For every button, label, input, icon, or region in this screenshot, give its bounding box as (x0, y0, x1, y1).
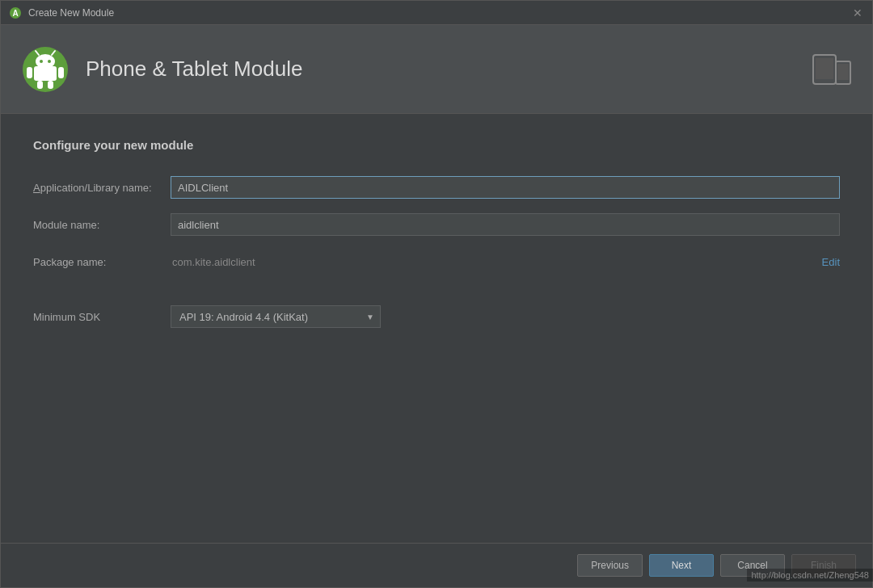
previous-button[interactable]: Previous (577, 554, 643, 577)
svg-point-4 (36, 54, 55, 69)
main-window: A Create New Module ✕ (0, 0, 873, 588)
android-logo-icon (21, 45, 70, 94)
svg-rect-9 (27, 67, 32, 78)
module-type-icon (812, 53, 852, 86)
header-section: Phone & Tablet Module (1, 25, 872, 114)
module-name-label: Module name: (33, 219, 171, 231)
title-bar: A Create New Module ✕ (1, 1, 872, 25)
svg-rect-10 (58, 67, 64, 78)
svg-rect-12 (48, 81, 53, 89)
title-bar-left: A Create New Module (9, 6, 114, 19)
phone-tablet-icon (812, 53, 852, 86)
app-name-group: Application/Library name: (33, 176, 840, 199)
min-sdk-select[interactable]: API 19: Android 4.4 (KitKat) API 21: And… (171, 305, 381, 328)
app-name-input[interactable] (171, 176, 840, 199)
svg-text:A: A (12, 9, 18, 18)
svg-rect-14 (816, 58, 833, 79)
min-sdk-group: Minimum SDK API 19: Android 4.4 (KitKat)… (33, 305, 840, 328)
module-name-group: Module name: (33, 213, 840, 236)
edit-package-link[interactable]: Edit (822, 256, 840, 268)
svg-rect-11 (37, 81, 43, 89)
package-name-value: com.kite.aidlclient (171, 256, 814, 268)
app-icon: A (9, 6, 22, 19)
footer-bar: Previous Next Cancel Finish (1, 543, 872, 587)
section-title: Configure your new module (33, 138, 840, 152)
svg-point-7 (40, 60, 43, 63)
sdk-select-wrapper: API 19: Android 4.4 (KitKat) API 21: And… (171, 305, 381, 328)
svg-rect-16 (837, 64, 849, 80)
content-area: Configure your new module Application/Li… (1, 114, 872, 543)
close-button[interactable]: ✕ (851, 6, 864, 19)
watermark: http://blog.csdn.net/Zheng548 (747, 569, 873, 582)
app-name-label: Application/Library name: (33, 182, 171, 194)
window-title: Create New Module (28, 7, 114, 19)
next-button[interactable]: Next (649, 554, 714, 577)
header-title: Phone & Tablet Module (86, 57, 302, 82)
svg-point-8 (48, 60, 51, 63)
min-sdk-label: Minimum SDK (33, 311, 171, 323)
package-name-group: Package name: com.kite.aidlclient Edit (33, 250, 840, 273)
module-name-input[interactable] (171, 213, 840, 236)
header-left: Phone & Tablet Module (21, 45, 302, 94)
package-name-label: Package name: (33, 256, 171, 268)
